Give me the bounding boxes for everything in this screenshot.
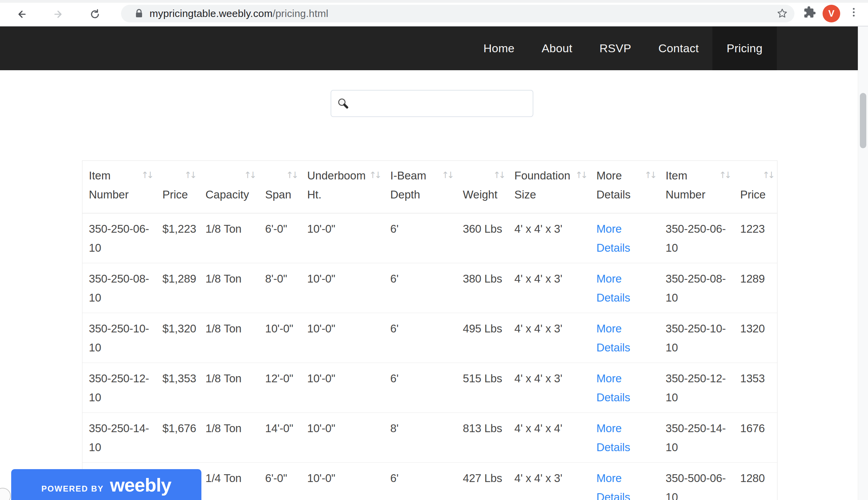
table-cell-item-number-0: 350-250-08-10: [82, 263, 156, 313]
table-cell-i-beam-depth-5: 8': [384, 413, 456, 463]
table-cell-capacity-2: 1/8 Ton: [199, 413, 259, 463]
more-details-link[interactable]: More Details: [597, 472, 630, 500]
column-header-price-1[interactable]: Price↑↓: [156, 161, 199, 213]
more-details-link[interactable]: More Details: [597, 322, 630, 354]
window-top-edge: [0, 0, 868, 3]
column-header-capacity-2[interactable]: Capacity↑↓: [199, 161, 259, 213]
column-header-foundation-size-7[interactable]: Foundation Size↑↓: [508, 161, 590, 213]
powered-by-weebly-badge[interactable]: POWERED BY weebly: [11, 469, 201, 500]
page-scrollbar-track[interactable]: [858, 26, 868, 500]
browser-menu-button[interactable]: [846, 5, 861, 20]
pricing-table-container: Item Number↑↓Price↑↓Capacity↑↓Span↑↓Unde…: [82, 160, 777, 500]
address-bar[interactable]: mypricingtable.weebly.com/pricing.html: [121, 5, 795, 22]
table-cell-i-beam-depth-5: 6': [384, 313, 456, 363]
column-header-price-10[interactable]: Price↑↓: [734, 161, 777, 213]
sort-icon: ↑↓: [575, 166, 586, 184]
column-header-label: Span: [265, 188, 291, 201]
column-header-label: Underboom Ht.: [307, 169, 366, 201]
column-header-label: Price: [740, 188, 766, 201]
site-nav-list: HomeAboutRSVPContactPricing: [470, 26, 777, 70]
reload-icon: [89, 8, 101, 20]
table-cell-weight-6: 360 Lbs: [456, 213, 508, 263]
column-header-weight-6[interactable]: Weight↑↓: [456, 161, 508, 213]
more-details-link[interactable]: More Details: [597, 372, 630, 404]
forward-button[interactable]: [51, 8, 65, 21]
column-header-i-beam-depth-5[interactable]: I-Beam Depth↑↓: [384, 161, 456, 213]
corner-widget-icon[interactable]: [0, 488, 11, 500]
more-details-link[interactable]: More Details: [597, 223, 630, 254]
nav-item-home[interactable]: Home: [470, 26, 528, 70]
more-details-link[interactable]: More Details: [597, 272, 630, 304]
search-input[interactable]: [331, 90, 533, 117]
nav-item-about[interactable]: About: [528, 26, 586, 70]
sort-icon: ↑↓: [286, 166, 297, 184]
table-cell-weight-6: 813 Lbs: [456, 413, 508, 463]
table-cell-item-number-9: 350-500-06-10: [659, 463, 734, 500]
page-scrollbar-thumb[interactable]: [860, 93, 866, 148]
sort-icon: ↑↓: [719, 166, 730, 184]
table-cell-price-1: $1,289: [156, 263, 199, 313]
nav-item-pricing[interactable]: Pricing: [713, 26, 777, 70]
table-cell-i-beam-depth-5: 6': [384, 263, 456, 313]
sort-icon: ↑↓: [441, 166, 452, 184]
more-details-link[interactable]: More Details: [597, 422, 630, 454]
weebly-logo: weebly: [110, 474, 171, 496]
table-cell-price-1: $1,223: [156, 213, 199, 263]
table-cell-price-10: 1289: [734, 263, 777, 313]
sort-icon: ↑↓: [141, 166, 152, 184]
sort-icon: ↑↓: [184, 166, 195, 184]
avatar-initial: V: [828, 9, 834, 19]
forward-arrow-icon: [52, 8, 65, 20]
table-cell-i-beam-depth-5: 6': [384, 463, 456, 500]
kebab-menu-icon: [848, 7, 859, 18]
table-cell-foundation-size-7: 4' x 4' x 3': [508, 213, 590, 263]
column-header-label: Capacity: [206, 188, 249, 201]
table-cell-price-1: $1,353: [156, 363, 199, 413]
column-header-label: Foundation Size: [514, 169, 570, 201]
bookmark-star-button[interactable]: [775, 7, 789, 20]
nav-item-rsvp[interactable]: RSVP: [586, 26, 645, 70]
table-cell-item-number-9: 350-250-06-10: [659, 213, 734, 263]
sort-icon: ↑↓: [244, 166, 255, 184]
nav-item-contact[interactable]: Contact: [645, 26, 713, 70]
table-cell-capacity-2: 1/8 Ton: [199, 263, 259, 313]
table-cell-foundation-size-7: 4' x 4' x 3': [508, 463, 590, 500]
back-arrow-icon: [15, 8, 28, 20]
table-cell-underboom-ht-4: 10'-0": [301, 363, 384, 413]
table-cell-span-3: 8'-0": [259, 263, 301, 313]
reload-button[interactable]: [88, 8, 102, 21]
table-cell-foundation-size-7: 4' x 4' x 4': [508, 413, 590, 463]
back-button[interactable]: [15, 8, 28, 21]
column-header-label: Price: [162, 188, 188, 201]
sort-icon: ↑↓: [644, 166, 655, 184]
table-cell-price-10: 1320: [734, 313, 777, 363]
table-cell-weight-6: 427 Lbs: [456, 463, 508, 500]
table-cell-capacity-2: 1/4 Ton: [199, 463, 259, 500]
table-cell-more-details-8: More Details: [590, 363, 659, 413]
powered-by-label: POWERED BY: [42, 484, 104, 493]
column-header-span-3[interactable]: Span↑↓: [259, 161, 301, 213]
table-cell-price-1: $1,320: [156, 313, 199, 363]
table-cell-weight-6: 380 Lbs: [456, 263, 508, 313]
profile-avatar[interactable]: V: [823, 5, 840, 22]
column-header-label: Weight: [463, 188, 497, 201]
puzzle-icon: [803, 6, 816, 19]
column-header-item-number-9[interactable]: Item Number↑↓: [659, 161, 734, 213]
sort-icon: ↑↓: [493, 166, 504, 184]
column-header-underboom-ht-4[interactable]: Underboom Ht.↑↓: [301, 161, 384, 213]
table-cell-item-number-0: 350-250-10-10: [82, 313, 156, 363]
table-cell-price-1: $1,676: [156, 413, 199, 463]
table-cell-underboom-ht-4: 10'-0": [301, 463, 384, 500]
table-cell-more-details-8: More Details: [590, 263, 659, 313]
table-cell-i-beam-depth-5: 6': [384, 363, 456, 413]
table-cell-price-10: 1223: [734, 213, 777, 263]
extensions-button[interactable]: [802, 5, 817, 20]
table-search: [331, 90, 533, 117]
url-text: mypricingtable.weebly.com/pricing.html: [150, 8, 328, 19]
table-cell-item-number-9: 350-250-08-10: [659, 263, 734, 313]
column-header-item-number-0[interactable]: Item Number↑↓: [82, 161, 156, 213]
table-header: Item Number↑↓Price↑↓Capacity↑↓Span↑↓Unde…: [82, 161, 777, 213]
column-header-more-details-8[interactable]: More Details↑↓: [590, 161, 659, 213]
sort-icon: ↑↓: [762, 166, 773, 184]
column-header-label: Item Number: [666, 169, 705, 201]
